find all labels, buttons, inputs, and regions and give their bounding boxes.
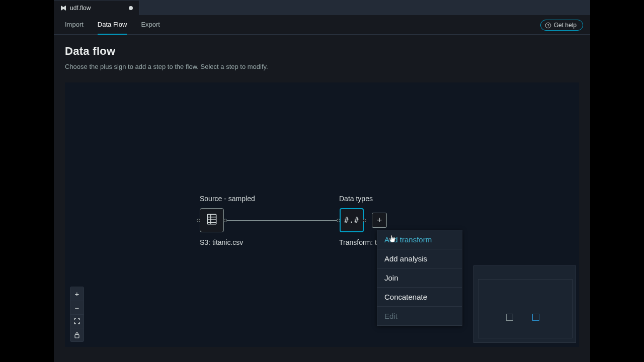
get-help-label: Get help — [554, 22, 577, 29]
zoom-out-button[interactable]: − — [70, 301, 84, 314]
nav-tabs: Import Data Flow Export ? Get help — [54, 15, 590, 35]
file-tab-bar: udf.flow — [54, 0, 590, 15]
port-out-icon — [223, 219, 227, 222]
datatypes-glyph-icon: #.# — [344, 216, 359, 225]
context-menu: Add transform Add analysis Join Concaten… — [377, 230, 462, 326]
tab-import[interactable]: Import — [65, 15, 84, 35]
minimap-node — [506, 314, 513, 321]
port-out-icon — [363, 219, 366, 222]
file-tab[interactable]: udf.flow — [54, 0, 139, 15]
minimap-viewport — [478, 279, 573, 338]
zoom-fit-button[interactable] — [70, 314, 84, 328]
minimap-node — [532, 314, 539, 321]
get-help-button[interactable]: ? Get help — [540, 20, 583, 31]
edge-source-to-datatypes — [227, 220, 339, 221]
node-source[interactable] — [200, 208, 224, 232]
datawrangler-logo-icon — [60, 5, 67, 12]
svg-text:?: ? — [547, 23, 549, 27]
menu-item-join[interactable]: Join — [377, 268, 462, 288]
port-in-icon — [197, 219, 200, 222]
node-source-label: Source - sampled — [200, 195, 255, 203]
minimap[interactable] — [473, 265, 576, 343]
menu-item-concatenate[interactable]: Concatenate — [377, 288, 462, 307]
flow-canvas[interactable]: Source - sampled S3: titanic.csv Data ty… — [65, 82, 579, 347]
node-datatypes[interactable]: #.# — [340, 208, 364, 232]
tab-export[interactable]: Export — [141, 15, 160, 35]
menu-item-add-analysis[interactable]: Add analysis — [377, 249, 462, 268]
zoom-controls: + − — [70, 287, 84, 342]
lock-canvas-button[interactable] — [70, 328, 84, 341]
zoom-in-button[interactable]: + — [70, 287, 84, 301]
plus-icon: + — [75, 290, 79, 298]
unsaved-indicator-icon — [129, 6, 133, 10]
question-circle-icon: ? — [545, 22, 551, 29]
fit-screen-icon — [73, 318, 80, 325]
node-datatypes-label: Data types — [339, 195, 373, 203]
tab-dataflow[interactable]: Data Flow — [98, 15, 127, 35]
menu-item-edit[interactable]: Edit — [377, 307, 462, 325]
page-title: Data flow — [65, 45, 579, 58]
page-header: Data flow Choose the plus sign to add a … — [54, 35, 590, 74]
page-subtitle: Choose the plus sign to add a step to th… — [65, 63, 579, 70]
plus-icon: + — [377, 215, 382, 226]
minus-icon: − — [75, 304, 79, 312]
menu-item-add-transform[interactable]: Add transform — [377, 230, 462, 249]
lock-icon — [74, 332, 80, 338]
svg-rect-7 — [75, 334, 79, 338]
spreadsheet-icon — [205, 213, 218, 228]
node-datatypes-sublabel: Transform: t — [339, 238, 377, 246]
app-window: udf.flow Import Data Flow Export ? Get h… — [54, 0, 590, 362]
file-tab-label: udf.flow — [70, 5, 91, 12]
node-source-sublabel: S3: titanic.csv — [200, 238, 243, 246]
add-step-button[interactable]: + — [372, 213, 387, 228]
